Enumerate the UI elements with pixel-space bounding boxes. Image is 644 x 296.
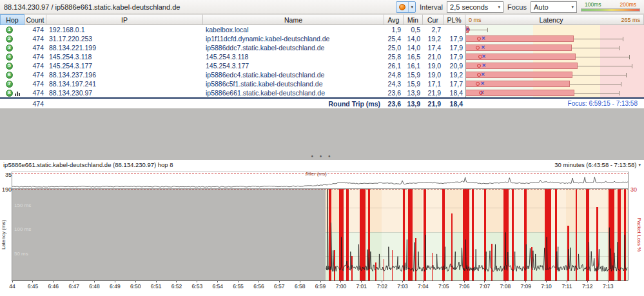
focus-select[interactable]: Auto ▾: [531, 1, 577, 13]
hop-cell: 3: [0, 44, 24, 52]
ip-cell: 31.17.220.253: [46, 34, 203, 43]
pl-cell: 17,9: [444, 34, 465, 43]
table-row[interactable]: 247431.17.220.253ip1f11dcfd.dynamic.kabe…: [0, 34, 644, 43]
table-row[interactable]: 1474192.168.0.1kabelbox.local1,90,52,7✕: [0, 25, 644, 34]
avg-marker: ✕: [481, 44, 485, 52]
svg-text:6:45: 6:45: [28, 283, 39, 290]
timeline-chart[interactable]: 150 ms100 ms50 msJitter (ms)446:456:466:…: [0, 170, 644, 296]
hop-number-badge: 1: [6, 26, 13, 34]
min-cell: 15,9: [404, 70, 423, 79]
chevron-down-icon: ▾: [638, 163, 641, 168]
svg-text:100 ms: 100 ms: [14, 226, 31, 232]
ip-cell: 88.134.237.196: [46, 70, 203, 79]
hop-latency-graph[interactable]: ✕: [465, 52, 644, 61]
column-header-avg[interactable]: Avg: [384, 14, 404, 25]
cur-cell: 17,4: [423, 43, 444, 52]
column-header-latency[interactable]: 0 ms Latency 265 ms: [465, 14, 644, 25]
pause-dropdown-caret-icon[interactable]: ▾: [408, 2, 415, 12]
svg-text:7:04: 7:04: [418, 283, 429, 290]
cur-cell: 17,1: [423, 79, 444, 88]
ip-cell: 192.168.0.1: [46, 25, 203, 34]
svg-text:190: 190: [2, 186, 12, 193]
svg-text:6:47: 6:47: [68, 283, 79, 290]
column-header-hop[interactable]: Hop: [0, 14, 24, 25]
hop-latency-graph[interactable]: ✕: [465, 61, 644, 70]
avg-cell: 24,3: [384, 79, 404, 88]
min-cell: 13,9: [404, 88, 423, 97]
table-row[interactable]: 4474145.254.3.118145.254.3.11825,816,521…: [0, 52, 644, 61]
pl-cell: 17,7: [444, 79, 465, 88]
pl-cell: 18,4: [444, 88, 465, 97]
svg-text:7:11: 7:11: [561, 283, 572, 290]
latency-whisker-cap: [619, 46, 620, 50]
name-cell: ip5886ddc7.static.kabel-deutschland.de: [203, 43, 384, 52]
column-header-name[interactable]: Name: [203, 14, 384, 25]
name-cell: ip5886edc4.static.kabel-deutschland.de: [203, 70, 384, 79]
focus-value: Auto: [534, 3, 549, 11]
hop-number-badge: 8: [6, 90, 13, 97]
hop-latency-graph[interactable]: ✕: [465, 88, 644, 97]
table-row[interactable]: 847488.134.230.97ip5886e661.static.kabel…: [0, 88, 644, 97]
svg-text:7:09: 7:09: [520, 283, 531, 290]
svg-text:7:13: 7:13: [603, 283, 614, 290]
column-header-cur[interactable]: Cur: [423, 14, 444, 25]
focused-hop-chart-icon: [15, 90, 20, 96]
hop-cell: 6: [0, 72, 24, 79]
latency-whisker-cap: [487, 28, 488, 32]
latency-header-label: Latency: [540, 16, 563, 24]
interval-select[interactable]: 2,5 seconds ▾: [447, 1, 503, 13]
table-row[interactable]: 747488.134.197.241ip5886c5f1.static.kabe…: [0, 79, 644, 88]
svg-text:7:05: 7:05: [438, 283, 449, 290]
count-cell: 474: [24, 88, 46, 97]
min-cell: 0,5: [404, 25, 423, 34]
table-row[interactable]: 5474145.254.3.177145.254.3.17726,116,119…: [0, 61, 644, 70]
focus-label: Focus: [507, 3, 527, 11]
svg-text:7:12: 7:12: [582, 283, 593, 290]
current-marker: [476, 82, 480, 86]
svg-text:50 ms: 50 ms: [14, 251, 28, 257]
avg-marker: ✕: [481, 35, 485, 43]
svg-text:6:57: 6:57: [274, 283, 285, 290]
name-cell: ip5886c5f1.static.kabel-deutschland.de: [203, 79, 384, 88]
time-range-select[interactable]: 30 minutes (6:43:58 - 7:13:58) ▾: [554, 161, 641, 168]
count-cell: 474: [24, 61, 46, 70]
hop-latency-graph[interactable]: ✕: [465, 34, 644, 43]
svg-text:6:53: 6:53: [192, 283, 203, 290]
ip-cell: 145.254.3.118: [46, 52, 203, 61]
hop-latency-graph[interactable]: ✕: [465, 70, 644, 79]
min-cell: 15,9: [404, 79, 423, 88]
column-header-min[interactable]: Min: [404, 14, 423, 25]
latency-whisker: [574, 39, 623, 39]
latency-whisker: [578, 66, 632, 66]
name-cell: 145.254.3.177: [203, 61, 384, 70]
column-header-ip[interactable]: IP: [46, 14, 203, 25]
svg-text:Packet Loss %: Packet Loss %: [636, 218, 642, 252]
table-row[interactable]: 647488.134.237.196ip5886edc4.static.kabe…: [0, 70, 644, 79]
min-cell: 16,1: [404, 61, 423, 70]
chevron-down-icon: ▾: [571, 5, 574, 10]
svg-text:6:59: 6:59: [315, 283, 326, 290]
count-cell: 474: [24, 25, 46, 34]
summary-min: 13,9: [404, 99, 423, 108]
ip-cell: 88.134.221.199: [46, 43, 203, 52]
hop-latency-graph[interactable]: ✕: [465, 25, 644, 34]
table-row[interactable]: 347488.134.221.199ip5886ddc7.static.kabe…: [0, 43, 644, 52]
chevron-down-icon: ▾: [498, 5, 501, 10]
svg-text:6:52: 6:52: [171, 283, 182, 290]
avg-cell: 25,8: [384, 52, 404, 61]
svg-text:6:51: 6:51: [151, 283, 162, 290]
table-header: Hop Count IP Name Avg Min Cur PL% 0 ms L…: [0, 14, 644, 25]
hop-latency-graph[interactable]: ✕: [465, 79, 644, 88]
current-marker: [477, 37, 481, 41]
panel-splitter[interactable]: ● ● ●: [0, 108, 644, 160]
avg-cell: 1,9: [384, 25, 404, 34]
splitter-grip-icon[interactable]: ● ● ●: [311, 153, 333, 159]
column-header-count[interactable]: Count: [24, 14, 46, 25]
hop-latency-graph[interactable]: ✕: [465, 43, 644, 52]
latency-whisker: [574, 93, 620, 94]
svg-text:6:46: 6:46: [48, 283, 59, 290]
latency-whisker: [570, 84, 620, 84]
pause-button[interactable]: ▾: [396, 1, 416, 13]
column-header-pl[interactable]: PL%: [444, 14, 465, 25]
svg-text:7:01: 7:01: [356, 283, 367, 290]
